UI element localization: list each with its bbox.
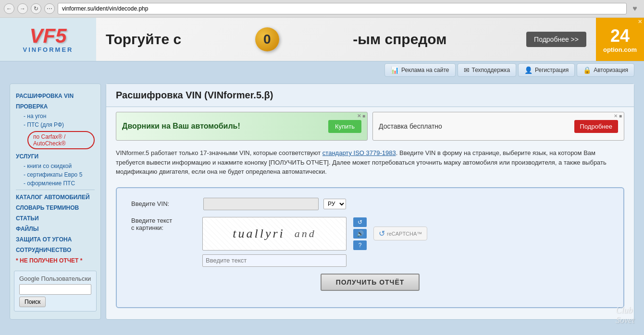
page-wrapper: VF5 VINFORMER Торгуйте с 0 -ым спредом П…	[0, 18, 644, 335]
tehpodderjka-button[interactable]: ✉ Техподдержка	[458, 63, 517, 77]
captcha-refresh-button[interactable]: ↺	[353, 217, 367, 227]
captcha-row: Введите текст с картинки: tuallyri and	[131, 217, 609, 267]
logo-5: 5	[55, 24, 66, 47]
sidebar-search-input[interactable]	[19, 284, 91, 295]
site-logo[interactable]: VF5 VINFORMER	[23, 26, 74, 53]
sidebar-rasshifrovka[interactable]: РАСШИФРОВКА VIN	[16, 91, 95, 101]
captcha-text1: tuallyri	[233, 227, 285, 240]
logo-area: VF5 VINFORMER	[0, 21, 96, 58]
ad-left-text: Дворники на Ваш автомобиль!	[122, 122, 240, 131]
forward-button[interactable]: →	[17, 3, 28, 14]
vin-input[interactable]	[203, 198, 319, 210]
ad-right-close-icon[interactable]: ✕ ■	[614, 113, 622, 119]
sidebar-slovar[interactable]: СЛОВАРЬ ТЕРМИНОВ	[16, 203, 95, 213]
main-layout: РАСШИФРОВКА VIN ПРОВЕРКА - на угон - ПТС…	[0, 79, 644, 324]
reklama-button[interactable]: 📊 Реклама на сайте	[384, 63, 456, 77]
apps-button[interactable]: ⋯	[44, 3, 55, 14]
recaptcha-logo-icon: ↺	[379, 229, 385, 238]
logo-vf: VF	[29, 24, 55, 47]
sidebar-divider	[16, 190, 95, 190]
tehpodderjka-icon: ✉	[464, 66, 470, 74]
reklama-icon: 📊	[391, 66, 399, 74]
browser-toolbar: ← → ↻ ⋯ ♥	[0, 0, 644, 17]
sidebar-fayly[interactable]: ФАЙЛЫ	[16, 224, 95, 234]
content-ad-right: ✕ ■ Доставка бесплатно Подробнее	[372, 112, 624, 141]
tehpodderjka-label: Техподдержка	[472, 67, 510, 73]
content-header: Расшифровка VIN (VINformer.5.β)	[106, 84, 634, 107]
captcha-image: tuallyri and	[202, 217, 347, 251]
ad-text-right: -ым спредом	[353, 31, 446, 48]
sidebar: РАСШИФРОВКА VIN ПРОВЕРКА - на угон - ПТС…	[10, 84, 101, 320]
submit-button[interactable]: ПОЛУЧИТЬ ОТЧЁТ	[321, 274, 420, 291]
reklama-label: Реклама на сайте	[401, 67, 449, 73]
desc-link[interactable]: стандарту ISO 3779-1983	[322, 149, 396, 156]
sidebar-zashita[interactable]: ЗАЩИТА ОТ УГОНА	[16, 234, 95, 245]
recaptcha-badge: ↺ reCAPTCHA™	[373, 227, 427, 240]
top-nav: 📊 Реклама на сайте ✉ Техподдержка 👤 Реги…	[0, 61, 644, 79]
sidebar-katalog[interactable]: КАТАЛОГ АВТОМОБИЛЕЙ	[16, 192, 95, 203]
ad-right-text: Доставка бесплатно	[379, 122, 442, 130]
sidebar-stati[interactable]: СТАТЬИ	[16, 213, 95, 224]
google-logo: Google Пользовательски	[19, 275, 91, 282]
ad-zero: 0	[255, 27, 279, 51]
captcha-label: Введите текст с картинки:	[131, 217, 198, 231]
vin-row: Введите VIN: РУ EN	[131, 198, 609, 210]
ad-text-left: Торгуйте с	[106, 31, 181, 48]
ad-left-close-icon[interactable]: ✕ ■	[357, 113, 365, 119]
content-ads: ✕ ■ Дворники на Ваш автомобиль! Купить ✕…	[106, 107, 634, 145]
sidebar-proverka[interactable]: ПРОВЕРКА	[16, 101, 95, 112]
ad-banner-main: Торгуйте с 0 -ым спредом Подробнее >>	[96, 18, 596, 61]
sidebar-sertifikaty[interactable]: - сертификаты Евро 5	[16, 170, 95, 179]
ad-close-icon[interactable]: ✕	[638, 19, 642, 25]
sidebar-sotrudnichestvo[interactable]: СОТРУДНИЧЕСТВО	[16, 245, 95, 255]
logo-vinformer: VINFORMER	[23, 46, 74, 53]
registraciya-button[interactable]: 👤 Регистрация	[518, 63, 575, 77]
submit-row: ПОЛУЧИТЬ ОТЧЁТ	[131, 274, 609, 291]
kupit-button[interactable]: Купить	[328, 120, 361, 133]
sidebar-search-box: Google Пользовательски Поиск	[14, 271, 97, 311]
sidebar-ne-polucen[interactable]: * НЕ ПОЛУЧЕН ОТЧЕТ *	[16, 255, 95, 266]
registraciya-icon: 👤	[524, 66, 533, 74]
sidebar-search-button[interactable]: Поиск	[19, 297, 46, 307]
content-ad-left: ✕ ■ Дворники на Ваш автомобиль! Купить	[116, 112, 368, 141]
sidebar-section-vin: РАСШИФРОВКА VIN ПРОВЕРКА - на угон - ПТС…	[10, 89, 100, 268]
ad-24-number: 24	[610, 26, 630, 46]
captcha-text-input[interactable]	[202, 254, 347, 267]
content-desc: VINformer.5 работает только 17-значными …	[106, 145, 634, 182]
sidebar-na-ugon[interactable]: - на угон	[16, 112, 95, 120]
captcha-help-button[interactable]: ?	[353, 240, 367, 250]
form-area: Введите VIN: РУ EN Введите текст с карти…	[116, 187, 624, 308]
avtorizaciya-icon: 🔒	[583, 66, 591, 74]
recaptcha-text: reCAPTCHA™	[387, 231, 422, 237]
captcha-audio-button[interactable]: 🔊	[353, 229, 367, 239]
back-button[interactable]: ←	[4, 3, 14, 14]
favorite-button[interactable]: ♥	[630, 3, 640, 14]
captcha-controls: ↺ 🔊 ?	[353, 217, 367, 250]
address-bar[interactable]	[58, 3, 627, 14]
sidebar-pts-rf[interactable]: - ПТС (для РФ)	[16, 120, 95, 129]
reload-button[interactable]: ↻	[31, 3, 41, 14]
ad-option-text: option.com	[603, 46, 637, 53]
sidebar-carfax[interactable]: по Carfax® / AutoCheck®	[27, 131, 95, 149]
header-area: VF5 VINFORMER Торгуйте с 0 -ым спредом П…	[0, 18, 644, 61]
sidebar-oformlenie[interactable]: - оформление ПТС	[16, 179, 95, 188]
lang-select[interactable]: РУ EN	[323, 199, 346, 209]
sidebar-uslugi[interactable]: УСЛУГИ	[16, 151, 95, 162]
ad-podrobnee-button[interactable]: Подробнее >>	[526, 32, 586, 47]
podrobnee-button[interactable]: Подробнее	[574, 120, 618, 133]
ad-24option[interactable]: ✕ 24 option.com	[596, 18, 644, 61]
avtorizaciya-button[interactable]: 🔒 Авторизация	[577, 63, 634, 77]
desc-prefix: VINformer.5 работает только 17-значными …	[116, 149, 322, 156]
vin-label: Введите VIN:	[131, 200, 198, 207]
logo-vf5-text: VF5	[23, 26, 74, 46]
sidebar-knigi[interactable]: - книги со скидкой	[16, 162, 95, 170]
avtorizaciya-label: Авторизация	[594, 67, 628, 73]
captcha-text2: and	[295, 227, 316, 239]
browser-chrome: ← → ↻ ⋯ ♥	[0, 0, 644, 18]
main-content: Расшифровка VIN (VINformer.5.β) ✕ ■ Двор…	[106, 84, 634, 320]
page-title: Расшифровка VIN (VINformer.5.β)	[116, 90, 624, 101]
registraciya-label: Регистрация	[535, 67, 569, 73]
